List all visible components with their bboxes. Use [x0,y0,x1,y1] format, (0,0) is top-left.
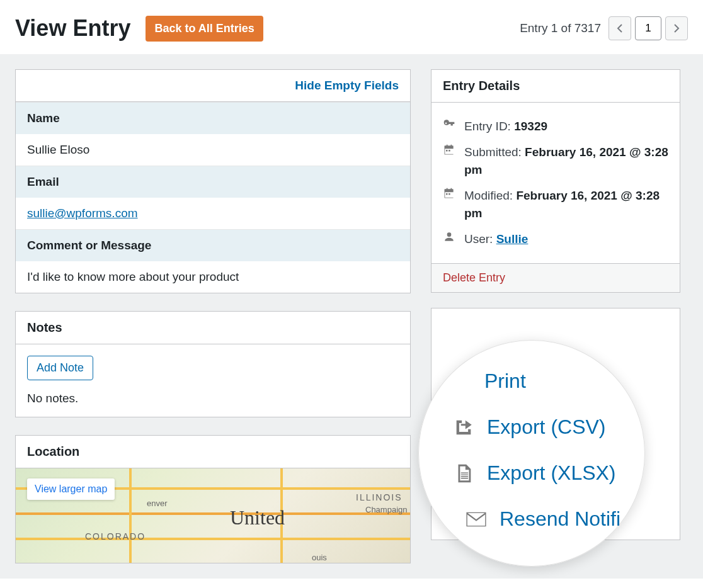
entry-id-value: 19329 [514,120,547,133]
pagination [609,16,688,40]
envelope-icon [466,511,488,528]
user-label: User: [464,232,493,246]
zoom-lens: Print Export (CSV) Export (XLSX) Resend … [418,340,645,567]
field-comment-label: Comment or Message [16,229,410,261]
field-comment-value: I'd like to know more about your product [16,261,410,293]
email-link[interactable]: sullie@wpforms.com [27,206,138,220]
zoom-export-xlsx-label[interactable]: Export (XLSX) [487,461,616,485]
user-icon [443,230,457,243]
no-notes-text: No notes. [27,392,399,405]
entry-details-panel: Entry Details Entry ID: 19329 Submitted:… [431,69,680,293]
delete-entry-link[interactable]: Delete Entry [443,271,505,284]
map-city-champaign: Champaign [365,505,408,514]
location-map[interactable]: ILLINOIS COLORADO enver Champaign ouis U… [16,468,410,563]
chevron-right-icon [673,24,680,33]
user-link[interactable]: Sullie [496,232,529,246]
field-email-label: Email [16,166,410,198]
map-country-label: United [230,506,285,529]
calendar-icon [443,144,457,156]
chevron-left-icon [617,24,623,33]
location-panel: Location ILLINOIS COLORADO enver Champai… [15,435,411,563]
map-city-denver: enver [147,499,168,508]
entry-fields-panel: Hide Empty Fields Name Sullie Eloso Emai… [15,69,411,293]
zoom-resend-label[interactable]: Resend Notifi [500,507,620,531]
entry-position: Entry 1 of 7317 [520,21,601,35]
map-state-illinois: ILLINOIS [356,492,403,502]
hide-empty-fields-link[interactable]: Hide Empty Fields [295,79,399,93]
calendar-icon [443,187,457,200]
field-name-label: Name [16,102,410,134]
view-larger-map-button[interactable]: View larger map [27,478,115,500]
modified-label: Modified: [464,189,513,202]
page-title: View Entry [15,15,130,42]
notes-panel-title: Notes [16,312,410,344]
key-icon [443,118,457,130]
back-to-entries-button[interactable]: Back to All Entries [146,16,263,42]
map-city-stlouis: ouis [312,553,327,562]
entry-details-title: Entry Details [432,70,680,103]
add-note-button[interactable]: Add Note [27,356,93,380]
submitted-label: Submitted: [464,145,522,159]
notes-panel: Notes Add Note No notes. [15,311,411,417]
map-state-colorado: COLORADO [85,531,146,541]
zoom-export-csv-label[interactable]: Export (CSV) [487,416,605,439]
next-entry-button[interactable] [665,16,688,40]
field-email-value: sullie@wpforms.com [16,198,410,229]
prev-entry-button[interactable] [609,16,631,40]
zoom-print-label[interactable]: Print [484,370,526,393]
export-icon [453,417,476,438]
file-icon [453,463,476,484]
location-panel-title: Location [16,436,410,468]
field-name-value: Sullie Eloso [16,134,410,166]
entry-id-label: Entry ID: [464,120,511,133]
page-number-input[interactable] [635,16,661,40]
